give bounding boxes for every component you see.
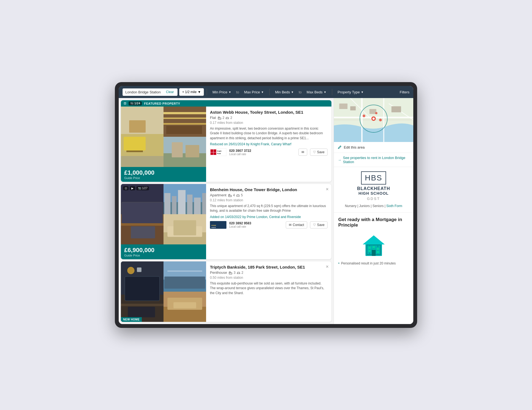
secondary-image-1a xyxy=(164,107,206,137)
secondary-image-2b xyxy=(164,214,206,244)
svg-point-75 xyxy=(363,115,365,117)
device-frame: Clear + 1/2 mile ▼ Min Price ▼ to Max Pr… xyxy=(115,82,417,328)
svg-rect-32 xyxy=(178,190,186,214)
svg-point-76 xyxy=(379,119,382,121)
save-button-2[interactable]: ♡ Save xyxy=(310,221,328,228)
card-subtitle-1: Flat 2 2 xyxy=(210,116,328,120)
svg-rect-2 xyxy=(124,137,146,150)
school-name: BLACKHEATH xyxy=(357,186,390,191)
max-price-arrow-icon: ▼ xyxy=(261,91,264,94)
search-input[interactable] xyxy=(125,90,164,94)
school-links[interactable]: Nursery | Juniors | Seniors | Sixth Form xyxy=(338,204,409,208)
secondary-image-2a xyxy=(164,184,206,214)
min-beds-arrow-icon: ▼ xyxy=(291,91,294,94)
card-title-2: Blenheim House, One Tower Bridge, London xyxy=(210,187,328,192)
new-home-badge: NEW HOME xyxy=(121,317,142,322)
price-label-2: Guide Price xyxy=(124,254,203,257)
secondary-image-1b xyxy=(164,137,206,167)
image-count-2: 📷 1/27 xyxy=(136,186,149,190)
card-info-1: Aston Webb House, Tooley Street, London,… xyxy=(206,107,331,182)
radius-button[interactable]: + 1/2 mile ▼ xyxy=(179,88,204,96)
video-icon-pill-2: ▶ xyxy=(130,186,135,190)
card-title-3: Triptych Bankside, 185 Park Street, Lond… xyxy=(210,265,328,269)
map-container[interactable] xyxy=(334,98,413,142)
action-btns-2: ✉ Contact ♡ Save xyxy=(286,221,328,228)
card-images-1: £1,000,000 Guide Price xyxy=(121,107,206,182)
svg-rect-68 xyxy=(339,104,348,109)
featured-label: FEATURED PROPERTY xyxy=(144,102,180,105)
property-card-2[interactable]: × ⊡ ▶ 📷 1/27 xyxy=(121,184,331,259)
max-price-button[interactable]: Max Price ▼ xyxy=(241,88,267,96)
device-inner: Clear + 1/2 mile ▼ Min Price ▼ to Max Pr… xyxy=(119,86,413,324)
images-grid-3: NEW HOME xyxy=(121,261,206,322)
svg-rect-12 xyxy=(164,153,206,167)
email-button-1[interactable]: ✉ xyxy=(298,149,307,156)
see-rent-link[interactable]: → See properties to rent in London Bridg… xyxy=(334,153,413,167)
svg-rect-64 xyxy=(361,98,363,142)
svg-rect-50 xyxy=(137,267,142,272)
to-label-2: to xyxy=(298,90,302,94)
distance-2: 0.12 miles from station xyxy=(210,198,328,202)
floorplan-icon-pill-2: ⊡ xyxy=(123,186,129,190)
svg-rect-19 xyxy=(210,152,213,155)
min-beds-button[interactable]: Min Beds ▼ xyxy=(272,88,297,96)
description-3: This exquisite sub-penthouse will be sol… xyxy=(210,281,328,295)
card-images-3: ⊡ ▶ 📷 1/10 xyxy=(121,261,206,322)
svg-rect-54 xyxy=(167,270,202,272)
camera-icon: 📷 xyxy=(130,102,134,105)
property-type-arrow-icon: ▼ xyxy=(361,91,364,94)
svg-rect-10 xyxy=(166,126,202,134)
search-location-wrapper[interactable]: Clear xyxy=(123,88,178,96)
svg-rect-34 xyxy=(194,198,201,214)
svg-rect-17 xyxy=(210,149,213,152)
contact-button-2[interactable]: ✉ Contact xyxy=(286,221,307,228)
to-label-1: to xyxy=(235,90,240,94)
divider-3 xyxy=(332,89,332,95)
svg-rect-71 xyxy=(392,106,401,112)
max-beds-button[interactable]: Max Beds ▼ xyxy=(304,88,329,96)
mortgage-feature-1: Personalised result in just 20 minutes xyxy=(338,261,409,265)
svg-rect-48 xyxy=(121,304,164,306)
edit-area-button[interactable]: Edit this area xyxy=(334,142,413,153)
divider-1 xyxy=(207,89,207,95)
card-images-2: ⊡ ▶ 📷 1/27 xyxy=(121,184,206,259)
svg-rect-26 xyxy=(121,223,164,226)
property-card-3[interactable]: × ⊡ ▶ 📷 1/10 xyxy=(121,261,331,322)
radius-label: + 1/2 mile xyxy=(182,90,196,94)
card-icons-2: ⊡ ▶ 📷 1/27 xyxy=(123,186,149,190)
mail-icon-2: ✉ xyxy=(289,223,292,227)
agent-logo-2: PRIME LONDON xyxy=(210,221,226,229)
clear-button[interactable]: Clear xyxy=(166,90,174,94)
svg-rect-59 xyxy=(173,302,196,308)
save-button-1[interactable]: ♡ Save xyxy=(310,149,328,156)
heart-icon-1: ♡ xyxy=(313,150,316,154)
agent-contact-1: 020 3907 3722 Local call rate xyxy=(229,149,251,156)
reduced-tag-1: Reduced on 26/01/2024 by Knight Frank, C… xyxy=(210,142,328,146)
rent-link-text[interactable]: See properties to rent in London Bridge … xyxy=(343,156,409,164)
card-subtitle-3: Penthouse 3 2 xyxy=(210,270,328,275)
svg-rect-5 xyxy=(129,120,146,133)
card-body-3: ⊡ ▶ 📷 1/10 xyxy=(121,261,331,322)
price-2: £6,900,000 xyxy=(124,247,203,254)
heart-icon-2: ♡ xyxy=(313,223,316,227)
added-tag-2: Added on 14/03/2022 by Prime London, Cen… xyxy=(210,215,328,219)
distance-1: 0.17 miles from station xyxy=(210,121,328,125)
svg-rect-49 xyxy=(128,307,155,317)
svg-rect-27 xyxy=(131,226,155,238)
filters-button[interactable]: Filters xyxy=(400,90,409,94)
property-card-1[interactable]: ⊡ 📷 1/24 FEATURED PROPERTY xyxy=(121,100,331,182)
sixth-form-link[interactable]: Sixth Form xyxy=(386,204,402,208)
price-label-1: Guide Price xyxy=(124,176,203,180)
agent-phone-2: 020 3892 9583 xyxy=(229,221,251,225)
svg-rect-15 xyxy=(218,118,221,119)
price-overlay-2: £6,900,000 Guide Price xyxy=(121,244,206,259)
svg-rect-90 xyxy=(372,250,376,256)
svg-rect-9 xyxy=(164,123,206,125)
arrow-right-icon: → xyxy=(338,158,341,162)
min-beds-label: Min Beds xyxy=(275,90,290,94)
image-count-1: 📷 1/24 xyxy=(129,101,142,105)
agent-row-1: Knight Frank 020 3907 3722 Local call ra… xyxy=(210,148,328,156)
svg-point-89 xyxy=(376,251,379,253)
property-type-button[interactable]: Property Type ▼ xyxy=(335,88,367,96)
min-price-button[interactable]: Min Price ▼ xyxy=(210,88,234,96)
